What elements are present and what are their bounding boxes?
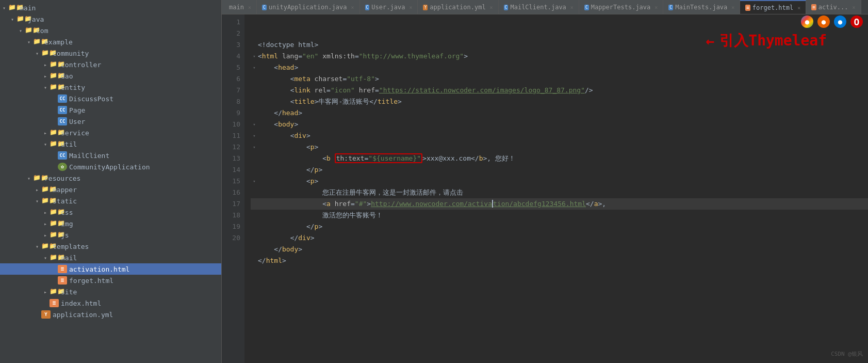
tab-mailclient-tab[interactable]: CMailClient.java× [499,0,579,14]
tree-item-Page[interactable]: CPage [0,104,221,116]
tab-label-activ-tab: activ... [818,4,848,11]
tree-item-activation_html[interactable]: ≡activation.html [0,263,221,275]
tree-item-example[interactable]: 📁example [0,36,221,48]
editor-tabs[interactable]: main×CunityApplication.java×CUser.java×Y… [222,0,868,14]
fold-icon-3[interactable] [251,62,258,73]
tree-icon-entity: 📁 [50,83,59,91]
tree-icon-main: 📁 [8,4,18,12]
tree-arrow-service [41,130,50,136]
tab-close-mappertests-tab[interactable]: × [654,5,658,10]
tree-item-static[interactable]: 📁static [0,195,221,207]
tree-arrow-entity [41,85,50,90]
code-content-2: <html lang="en" xmlns:th="http://www.thy… [258,51,468,62]
tree-item-service[interactable]: 📁service [0,127,221,138]
tab-close-maintests-tab[interactable]: × [731,5,734,10]
tree-item-css[interactable]: 📁css [0,207,221,218]
tree-arrow-com [17,28,25,34]
tab-maintests-tab[interactable]: CMainTests.java× [663,0,740,14]
code-line-20: </html> [251,255,868,266]
tab-appyml-tab[interactable]: Yapplication.yml× [418,0,498,14]
tab-close-appyml-tab[interactable]: × [490,5,493,10]
line-numbers: 1234567891011121314151617181920 [222,14,244,363]
tree-item-main[interactable]: 📁main [0,2,221,13]
tree-item-User[interactable]: CUser [0,116,221,127]
tab-close-activ-tab[interactable]: × [853,5,856,10]
tree-label-community: community [53,50,89,57]
tree-label-index_html: index.html [61,299,101,307]
code-content-10: <p> [258,141,318,153]
tree-item-mail[interactable]: 📁mail [0,252,221,263]
tree-label-DiscussPost: DiscussPost [69,95,113,103]
fold-icon-10[interactable] [251,141,258,153]
tab-close-unityapp-tab[interactable]: × [351,5,354,10]
fold-icon-4 [251,73,258,85]
tree-item-index_html[interactable]: ≡index.html [0,297,221,309]
tab-close-main-tab[interactable]: × [248,5,251,10]
tree-item-js[interactable]: 📁js [0,229,221,241]
line-num-10: 10 [222,119,240,130]
browser-icons: ● ● ● O [801,15,863,28]
tree-item-DiscussPost[interactable]: CDiscussPost [0,93,221,104]
line-num-3: 3 [222,39,240,51]
tab-main-tab[interactable]: main× [222,0,257,14]
tree-item-mapper[interactable]: 📁mapper [0,184,221,195]
tree-item-util[interactable]: 📁util [0,138,221,150]
tree-item-img[interactable]: 📁img [0,218,221,229]
tree-item-forget_html[interactable]: ≡forget.html [0,275,221,286]
tree-arrow-example [25,39,33,45]
tree-item-entity[interactable]: 📁entity [0,82,221,93]
tree-icon-application_yml: Y [41,310,51,319]
tree-label-com: com [36,27,48,35]
tab-unityapp-tab[interactable]: CunityApplication.java× [257,0,360,14]
tree-label-MailClient: MailClient [69,152,109,160]
line-num-6: 6 [222,73,240,85]
line-num-4: 4 [222,51,240,62]
code-line-16: 激活您的牛客账号！ [251,210,868,221]
tree-label-static: static [53,197,77,205]
code-content-15: <a href="#">http://www.nowcoder.com/acti… [258,198,606,210]
tree-item-java[interactable]: 📁java [0,13,221,25]
tree-icon-js: 📁 [50,231,59,239]
tree-item-resources[interactable]: 📁resources [0,172,221,184]
tab-forget-tab[interactable]: ≡forget.html× [740,0,806,14]
tab-close-user-tab[interactable]: × [409,5,412,10]
code-editor[interactable]: <!doctype html><html lang="en" xmlns:th=… [244,14,868,363]
tab-mappertests-tab[interactable]: CMapperTests.java× [579,0,663,14]
tree-item-controller[interactable]: 📁controller [0,59,221,70]
code-line-19: </body> [251,244,868,255]
code-content-19: </body> [258,244,302,255]
tree-item-community[interactable]: 📁community [0,48,221,59]
tree-item-dao[interactable]: 📁dao [0,70,221,82]
tree-icon-Page: C [58,106,67,114]
code-line-14: 您正在注册牛客网，这是一封激活邮件，请点击 [251,187,868,198]
tab-label-main-tab: main [229,4,244,11]
tree-item-site[interactable]: 📁site [0,286,221,297]
fold-icon-12 [251,164,258,176]
tree-icon-site: 📁 [50,288,59,296]
tree-item-CommunityApplication[interactable]: ✿CommunityApplication [0,161,221,172]
fold-icon-2[interactable] [251,51,258,62]
tree-item-application_yml[interactable]: Yapplication.yml [0,309,221,320]
file-tree[interactable]: 📁main📁java📁com📁example📁community📁control… [0,0,222,363]
fold-icon-13[interactable] [251,176,258,187]
tree-item-com[interactable]: 📁com [0,25,221,36]
tree-item-templates[interactable]: 📁templates [0,241,221,252]
line-num-11: 11 [222,130,240,141]
tab-activ-tab[interactable]: ≡activ...× [806,0,861,14]
code-content-7: </head> [258,107,302,119]
fold-icon-11 [251,153,258,164]
tab-icon-maintests-tab: C [668,5,673,10]
tree-icon-activation_html: ≡ [58,265,67,273]
fold-icon-9[interactable] [251,130,258,141]
tree-item-MailClient[interactable]: CMailClient [0,150,221,161]
tree-arrow-resources [25,176,33,181]
code-line-9: <div> [251,130,868,141]
tab-label-forget-tab: forget.html [752,4,793,11]
fold-icon-8[interactable] [251,119,258,130]
code-container[interactable]: 1234567891011121314151617181920 <!doctyp… [222,14,868,363]
tab-close-forget-tab[interactable]: × [797,5,800,11]
tab-user-tab[interactable]: CUser.java× [360,0,418,14]
tab-close-mailclient-tab[interactable]: × [570,5,574,10]
code-content-5: <link rel="icon" href="https://static.no… [258,85,593,96]
tree-icon-templates: 📁 [41,242,51,250]
